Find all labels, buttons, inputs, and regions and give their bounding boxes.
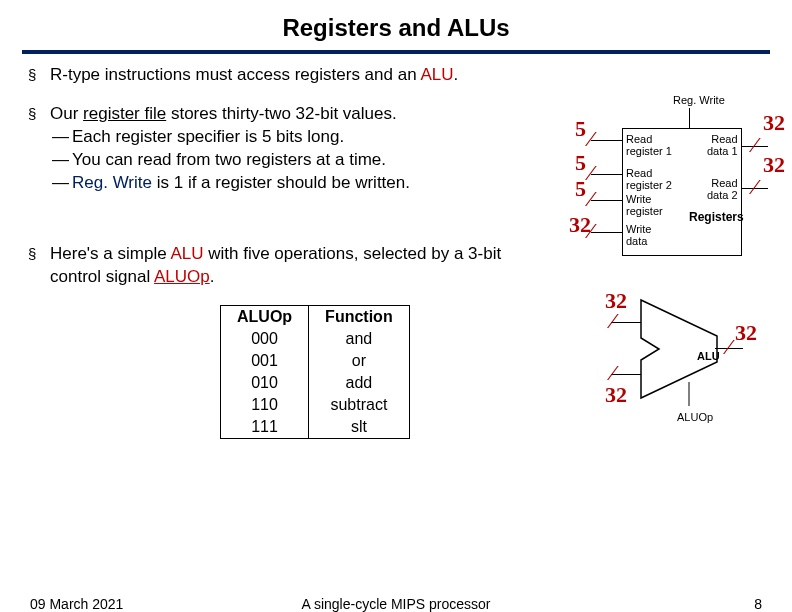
wire — [591, 174, 622, 175]
term-alu: ALU — [170, 244, 203, 263]
bus-slash-icon: ⁄ — [589, 126, 593, 152]
regwrite-label: Reg. Write — [673, 94, 725, 106]
bus-slash-icon: ⁄ — [753, 174, 757, 200]
regwrite-wire — [689, 108, 690, 128]
table-cell: 001 — [221, 350, 309, 372]
port-write-register: Write register — [626, 194, 663, 217]
bus-slash-icon: ⁄ — [589, 160, 593, 186]
svg-marker-0 — [641, 300, 717, 398]
table-cell: and — [309, 328, 410, 350]
bus-slash-icon: ⁄ — [753, 132, 757, 158]
text: You can read from two registers at a tim… — [72, 150, 386, 169]
footer-title: A single-cycle MIPS processor — [0, 596, 792, 612]
text: R-type instructions must access register… — [50, 65, 420, 84]
bus-width-annotation: 32 — [605, 290, 627, 312]
wire — [611, 322, 641, 323]
bullet-2: § Our register file stores thirty-two 32… — [50, 103, 550, 195]
dash-mark: — — [52, 149, 69, 172]
bullet-mark: § — [28, 244, 36, 264]
bullet-3: § Here's a simple ALU with five operatio… — [50, 243, 550, 289]
bullet-2-sub-3: — Reg. Write is 1 if a register should b… — [72, 172, 550, 195]
dash-mark: — — [52, 172, 69, 195]
term-register-file: register file — [83, 104, 166, 123]
alu-label: ALU — [697, 350, 720, 362]
bullet-1: § R-type instructions must access regist… — [50, 64, 550, 87]
bus-width-annotation: 32 — [763, 112, 785, 134]
table-cell: 010 — [221, 372, 309, 394]
page-title: Registers and ALUs — [0, 0, 792, 48]
bullet-2-sub-1: — Each register specifier is 5 bits long… — [72, 126, 550, 149]
bullet-mark: § — [28, 65, 36, 85]
port-write-data: Write data — [626, 224, 651, 247]
table-cell: slt — [309, 416, 410, 439]
alu-diagram: ALU ALUOp ⁄32 ⁄32 ⁄32 — [577, 296, 752, 436]
text: . — [210, 267, 215, 286]
port-read-data-1: Read data 1 — [707, 134, 738, 157]
term-alu: ALU — [420, 65, 453, 84]
bus-slash-icon: ⁄ — [727, 334, 731, 360]
table-cell: add — [309, 372, 410, 394]
table-cell: 110 — [221, 394, 309, 416]
wire — [591, 232, 622, 233]
wire — [591, 200, 622, 201]
bus-width-annotation: 32 — [605, 384, 627, 406]
table-header: Function — [309, 305, 410, 328]
bus-slash-icon: ⁄ — [589, 186, 593, 212]
port-read-data-2: Read data 2 — [707, 178, 738, 201]
text: . — [453, 65, 458, 84]
table-cell: subtract — [309, 394, 410, 416]
table-cell: 000 — [221, 328, 309, 350]
text: stores thirty-two 32-bit values. — [166, 104, 397, 123]
bullet-mark: § — [28, 104, 36, 124]
bus-width-annotation: 32 — [763, 154, 785, 176]
port-read-register-1: Read register 1 — [626, 134, 672, 157]
title-rule — [22, 50, 770, 54]
term-regwrite: Reg. Write — [72, 173, 152, 192]
bus-width-annotation: 32 — [569, 214, 591, 236]
bus-width-annotation: 5 — [575, 178, 586, 200]
text: Each register specifier is 5 bits long. — [72, 127, 344, 146]
registers-label: Registers — [689, 211, 744, 224]
dash-mark: — — [52, 126, 69, 149]
table-header: ALUOp — [221, 305, 309, 328]
alu-shape-icon — [577, 296, 752, 436]
text: Here's a simple — [50, 244, 170, 263]
bus-width-annotation: 5 — [575, 152, 586, 174]
port-read-register-2: Read register 2 — [626, 168, 672, 191]
text: is 1 if a register should be written. — [152, 173, 410, 192]
term-aluop: ALUOp — [154, 267, 210, 286]
table-cell: 111 — [221, 416, 309, 439]
wire — [591, 140, 622, 141]
bus-width-annotation: 32 — [735, 322, 757, 344]
aluop-signal-label: ALUOp — [677, 411, 713, 423]
wire — [611, 374, 641, 375]
text: Our — [50, 104, 83, 123]
aluop-table: ALUOp Function 000and 001or 010add 110su… — [220, 305, 410, 439]
bus-width-annotation: 5 — [575, 118, 586, 140]
bullet-2-sub-2: — You can read from two registers at a t… — [72, 149, 550, 172]
table-cell: or — [309, 350, 410, 372]
footer-page-number: 8 — [754, 596, 762, 612]
